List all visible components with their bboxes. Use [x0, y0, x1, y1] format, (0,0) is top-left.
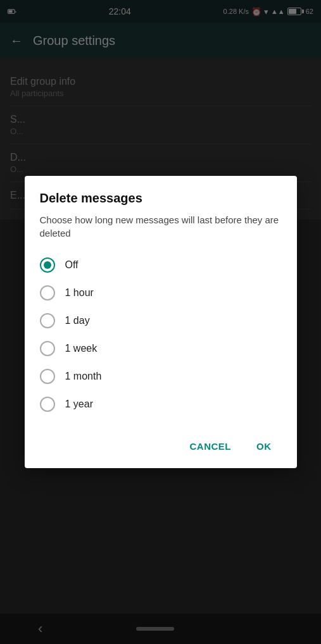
radio-label-1week: 1 week	[65, 343, 98, 354]
radio-item-1week[interactable]: 1 week	[40, 336, 282, 361]
radio-circle-off[interactable]	[40, 257, 55, 273]
radio-label-1year: 1 year	[65, 399, 93, 410]
radio-label-1day: 1 day	[65, 315, 90, 326]
radio-item-1year[interactable]: 1 year	[40, 392, 282, 417]
radio-circle-1month[interactable]	[40, 369, 55, 384]
delete-messages-dialog: Delete messages Choose how long new mess…	[25, 176, 297, 468]
ok-button[interactable]: OK	[246, 435, 282, 458]
radio-item-1day[interactable]: 1 day	[40, 308, 282, 333]
radio-item-1hour[interactable]: 1 hour	[40, 280, 282, 306]
cancel-button[interactable]: CANCEL	[180, 435, 242, 458]
radio-label-1hour: 1 hour	[65, 287, 94, 299]
radio-circle-1hour[interactable]	[40, 285, 55, 300]
radio-label-1month: 1 month	[65, 371, 102, 382]
dialog-title: Delete messages	[40, 191, 282, 206]
radio-item-1month[interactable]: 1 month	[40, 364, 282, 389]
dialog-actions: CANCEL OK	[40, 432, 282, 458]
dialog-overlay: Delete messages Choose how long new mess…	[0, 0, 321, 644]
radio-circle-1week[interactable]	[40, 341, 55, 356]
dialog-description: Choose how long new messages will last b…	[40, 213, 282, 240]
radio-circle-1year[interactable]	[40, 397, 55, 412]
radio-item-off[interactable]: Off	[40, 252, 282, 278]
radio-group: Off 1 hour 1 day 1 week 1 month 1 year	[40, 252, 282, 417]
radio-label-off: Off	[65, 259, 79, 271]
radio-circle-1day[interactable]	[40, 313, 55, 328]
